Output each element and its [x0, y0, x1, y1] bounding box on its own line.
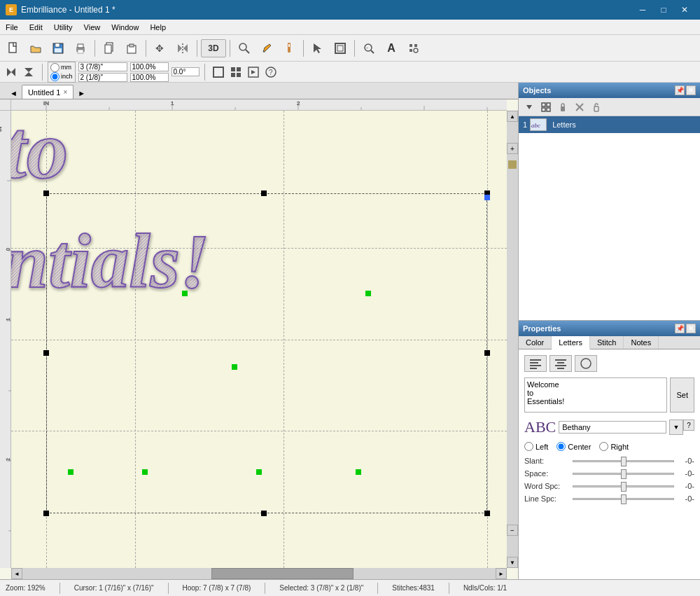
handle-br[interactable] [484, 511, 490, 516]
unit-mm-label[interactable]: mm [61, 64, 71, 71]
unit-inch-label[interactable]: inch [61, 73, 73, 80]
tab-untitled1[interactable]: Untitled 1 × [22, 85, 74, 99]
blue-handle[interactable] [484, 195, 490, 200]
vertical-scrollbar[interactable]: ▲ + − ▼ [507, 111, 518, 568]
tab-notes[interactable]: Notes [624, 336, 659, 349]
radio-right-input[interactable] [599, 442, 608, 451]
obj-btn-group[interactable] [538, 100, 554, 114]
obj-btn-delete[interactable] [572, 100, 587, 114]
tab-right-arrow[interactable]: ► [74, 88, 90, 99]
height-field[interactable] [78, 73, 127, 82]
objects-pin-btn[interactable]: 📌 [675, 85, 685, 95]
tab-letters[interactable]: Letters [552, 336, 590, 349]
unit-inch-radio[interactable] [50, 72, 59, 81]
t2-grid[interactable] [227, 64, 244, 81]
wordspc-thumb[interactable] [621, 482, 626, 492]
radio-left[interactable]: Left [524, 442, 548, 451]
vscroll-up[interactable]: ▲ [507, 111, 518, 122]
3d-button[interactable]: 3D [201, 39, 226, 57]
settings-button[interactable] [403, 38, 424, 59]
radio-left-input[interactable] [524, 442, 533, 451]
green-handle-7[interactable] [356, 469, 361, 475]
unit-inch[interactable]: inch [50, 72, 73, 81]
align-left-btn[interactable] [524, 355, 547, 372]
hscroll-track[interactable] [22, 568, 496, 579]
unit-mm[interactable]: mm [50, 63, 73, 72]
angle-field[interactable] [172, 67, 200, 76]
menu-window[interactable]: Window [106, 20, 144, 34]
align-right-btn[interactable] [575, 355, 597, 372]
menu-utility[interactable]: Utility [48, 20, 78, 34]
slant-thumb[interactable] [621, 457, 626, 466]
font-help-btn[interactable]: ? [683, 420, 694, 431]
handle-bl[interactable] [43, 511, 49, 516]
mirror-button[interactable] [172, 38, 193, 59]
zoom-out-btn[interactable]: − [507, 525, 518, 536]
font-name-input[interactable] [559, 421, 666, 434]
text-button[interactable]: A [381, 38, 402, 59]
letter-text-area[interactable]: Welcome to Essentials! [524, 377, 667, 413]
linespc-thumb[interactable] [621, 494, 626, 504]
align-center-btn[interactable] [550, 355, 572, 372]
slant-track[interactable] [573, 460, 674, 462]
linespc-track[interactable] [573, 498, 674, 500]
green-handle-3[interactable] [232, 364, 237, 370]
obj-btn-lock[interactable] [555, 100, 570, 114]
unit-mm-radio[interactable] [50, 63, 59, 72]
needle-button[interactable] [279, 38, 300, 59]
menu-view[interactable]: View [78, 20, 106, 34]
green-handle-4[interactable] [68, 469, 74, 475]
set-text-btn[interactable]: Set [670, 377, 694, 413]
handle-bm[interactable] [261, 511, 267, 516]
t2-help[interactable]: ? [262, 64, 279, 81]
obj-btn-unlock[interactable] [589, 100, 604, 114]
pct-h-field[interactable] [130, 73, 169, 82]
maximize-button[interactable]: □ [654, 3, 673, 17]
green-handle-2[interactable] [365, 291, 371, 296]
search-button[interactable] [234, 38, 255, 59]
objects-close-btn[interactable]: ✕ [686, 85, 696, 95]
handle-tm[interactable] [261, 190, 267, 196]
width-field[interactable] [78, 62, 127, 71]
green-handle-6[interactable] [256, 469, 262, 475]
vscroll-down[interactable]: ▼ [507, 557, 518, 568]
green-handle-5[interactable] [142, 469, 148, 475]
hscroll-thumb[interactable] [211, 568, 354, 579]
hscroll-left[interactable]: ◄ [11, 568, 22, 579]
space-thumb[interactable] [621, 469, 626, 479]
handle-ml[interactable] [43, 350, 49, 356]
space-track[interactable] [573, 473, 674, 475]
tab-left-arrow[interactable]: ◄ [6, 88, 22, 99]
tab-color[interactable]: Color [519, 336, 552, 349]
tab-stitch[interactable]: Stitch [590, 336, 624, 349]
t2-align[interactable] [245, 64, 262, 81]
vscroll-track[interactable]: + − [507, 122, 518, 557]
horizontal-scrollbar[interactable]: ◄ ► [11, 568, 507, 579]
transform-button[interactable]: ✥ [150, 38, 171, 59]
menu-help[interactable]: Help [144, 20, 172, 34]
close-button[interactable]: ✕ [675, 3, 694, 17]
object-item-1[interactable]: 1 abc Letters [519, 116, 700, 133]
zoom-in-btn[interactable]: + [507, 143, 518, 154]
paste-button[interactable] [121, 38, 142, 59]
draw-button[interactable] [256, 38, 277, 59]
hoop-button[interactable] [330, 38, 351, 59]
obj-btn-down[interactable] [522, 100, 537, 114]
print-button[interactable] [70, 38, 91, 59]
canvas-wrapper[interactable]: IN 1 2 I [0, 99, 518, 579]
hscroll-right[interactable]: ► [496, 568, 507, 579]
new-button[interactable] [3, 38, 24, 59]
open-button[interactable] [25, 38, 46, 59]
copy-button[interactable] [99, 38, 120, 59]
t2-flip-v[interactable] [20, 64, 37, 81]
radio-center-input[interactable] [556, 442, 566, 451]
t2-outline[interactable] [210, 64, 227, 81]
handle-mr[interactable] [484, 350, 490, 356]
props-close-btn[interactable]: ✕ [686, 324, 696, 333]
menu-file[interactable]: File [0, 20, 24, 34]
radio-right[interactable]: Right [599, 442, 629, 451]
minimize-button[interactable]: ─ [633, 3, 652, 17]
menu-edit[interactable]: Edit [24, 20, 48, 34]
pct-w-field[interactable] [130, 62, 169, 71]
t2-flip-h[interactable] [3, 64, 20, 81]
